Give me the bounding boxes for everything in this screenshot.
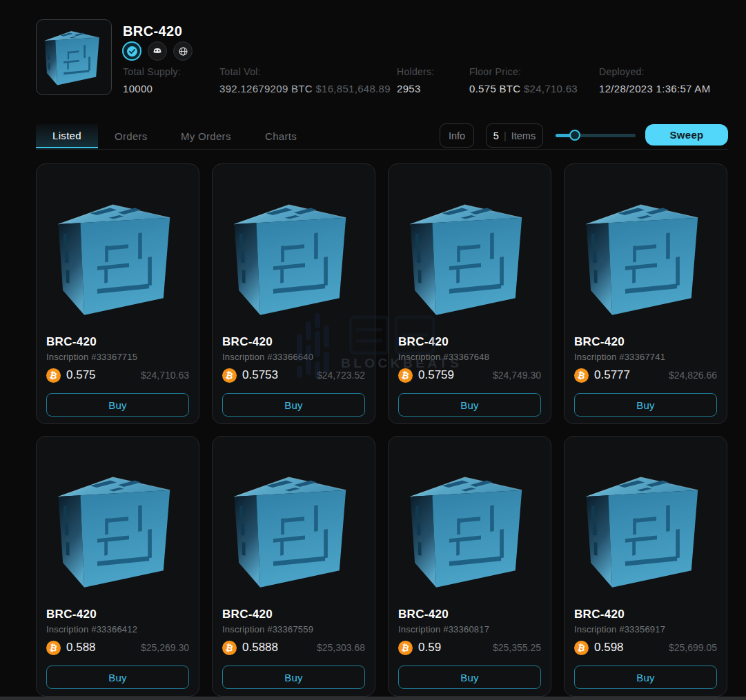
price-row: ₿ 0.5753 $24,723.52	[222, 367, 365, 383]
card-inscription-number: Inscription #33367648	[398, 352, 489, 362]
cube-image	[581, 466, 711, 595]
cube-image	[42, 26, 106, 89]
buy-button[interactable]: Buy	[46, 666, 189, 689]
stat-label: Deployed:	[599, 66, 710, 77]
stat-holders: Holders: 2953	[397, 66, 435, 94]
inscription-image	[389, 164, 551, 321]
price-btc: 0.5777	[594, 368, 630, 382]
slider-knob[interactable]	[569, 130, 580, 141]
card-inscription-number: Inscription #33367559	[222, 624, 313, 634]
cube-image	[405, 466, 535, 595]
price-usd: $25,303.68	[317, 642, 365, 653]
page-title: BRC-420	[123, 23, 182, 39]
listing-card[interactable]: BRC-420 Inscription #33360817 ₿ 0.59 $25…	[388, 436, 551, 697]
listing-card[interactable]: BRC-420 Inscription #33367715 ₿ 0.575 $2…	[36, 163, 199, 424]
listing-card[interactable]: BRC-420 Inscription #33366412 ₿ 0.588 $2…	[36, 436, 199, 697]
collection-thumbnail[interactable]	[36, 19, 112, 95]
listed-items-grid: BRC-420 Inscription #33367715 ₿ 0.575 $2…	[36, 163, 728, 697]
cube-image	[229, 466, 359, 595]
card-title: BRC-420	[398, 335, 449, 349]
price-row: ₿ 0.598 $25,699.05	[574, 639, 717, 656]
tab-charts[interactable]: Charts	[265, 124, 297, 148]
price-row: ₿ 0.588 $25,269.30	[46, 639, 189, 656]
verified-icon[interactable]	[122, 41, 141, 61]
card-title: BRC-420	[222, 335, 273, 349]
price-btc: 0.575	[66, 368, 96, 382]
buy-button[interactable]: Buy	[46, 393, 189, 417]
bitcoin-icon: ₿	[574, 368, 589, 383]
buy-button[interactable]: Buy	[574, 666, 717, 689]
bitcoin-icon: ₿	[398, 641, 413, 655]
price-usd: $25,269.30	[141, 642, 189, 653]
buy-button[interactable]: Buy	[574, 393, 717, 417]
buy-button[interactable]: Buy	[222, 393, 365, 417]
price-btc: 0.598	[594, 641, 624, 654]
price-usd: $24,826.66	[669, 370, 717, 381]
listing-card[interactable]: BRC-420 Inscription #33367741 ₿ 0.5777 $…	[564, 163, 727, 424]
card-title: BRC-420	[46, 608, 97, 621]
price-btc: 0.588	[66, 641, 96, 654]
bitcoin-icon: ₿	[46, 368, 61, 383]
tab-my-orders[interactable]: My Orders	[181, 124, 231, 148]
cube-image	[405, 193, 535, 323]
inscription-image	[213, 437, 375, 594]
items-count-button[interactable]: 5 | Items	[486, 123, 543, 148]
listing-card[interactable]: BRC-420 Inscription #33366640 ₿ 0.5753 $…	[212, 163, 375, 424]
inscription-image	[565, 437, 727, 594]
listing-card[interactable]: BRC-420 Inscription #33367559 ₿ 0.5888 $…	[212, 436, 375, 697]
tab-orders[interactable]: Orders	[115, 124, 148, 148]
card-title: BRC-420	[574, 335, 625, 349]
price-usd: $25,355.25	[493, 642, 541, 653]
card-inscription-number: Inscription #33356917	[574, 624, 665, 634]
card-inscription-number: Inscription #33360817	[398, 624, 489, 634]
tabs-divider	[36, 149, 728, 150]
price-row: ₿ 0.575 $24,710.63	[46, 367, 189, 383]
bitcoin-icon: ₿	[222, 368, 237, 383]
stat-value-btc: 392.12679209 BTC	[219, 83, 313, 94]
globe-icon[interactable]	[173, 41, 193, 61]
listing-card[interactable]: BRC-420 Inscription #33356917 ₿ 0.598 $2…	[564, 436, 727, 697]
stat-value-btc: 0.575 BTC	[469, 83, 520, 94]
buy-button[interactable]: Buy	[222, 666, 365, 689]
price-usd: $25,699.05	[669, 642, 717, 653]
stat-value: 12/28/2023 1:36:57 AM	[599, 83, 710, 94]
stat-deployed: Deployed: 12/28/2023 1:36:57 AM	[599, 66, 710, 94]
price-usd: $24,710.63	[141, 370, 189, 381]
card-inscription-number: Inscription #33367715	[46, 352, 137, 362]
bottom-strip	[0, 697, 746, 700]
price-usd: $24,723.52	[317, 370, 365, 381]
buy-button[interactable]: Buy	[398, 393, 541, 417]
price-btc: 0.59	[418, 641, 441, 654]
collection-badges	[122, 41, 193, 61]
stat-label: Total Supply:	[123, 66, 181, 77]
items-count: 5	[493, 130, 499, 141]
card-inscription-number: Inscription #33367741	[574, 352, 665, 362]
sweep-button[interactable]: Sweep	[645, 124, 728, 146]
stat-value: 2953	[397, 83, 435, 94]
cube-image	[229, 193, 359, 323]
cube-image	[581, 193, 711, 323]
price-btc: 0.5888	[242, 641, 278, 654]
stat-total-supply: Total Supply: 10000	[123, 66, 181, 94]
price-row: ₿ 0.59 $25,355.25	[398, 639, 541, 656]
card-inscription-number: Inscription #33366640	[222, 352, 313, 362]
discord-icon[interactable]	[148, 41, 167, 61]
tab-listed[interactable]: Listed	[36, 124, 98, 148]
stat-label: Floor Price:	[469, 66, 578, 77]
stat-total-vol: Total Vol: 392.12679209 BTC $16,851,648.…	[219, 66, 391, 94]
listing-card[interactable]: BRC-420 Inscription #33367648 ₿ 0.5759 $…	[388, 163, 551, 424]
buy-button[interactable]: Buy	[398, 666, 541, 689]
stat-label: Holders:	[397, 66, 435, 77]
inscription-image	[37, 437, 199, 594]
card-title: BRC-420	[46, 335, 97, 349]
bitcoin-icon: ₿	[398, 368, 413, 383]
sweep-quantity-slider[interactable]	[556, 130, 636, 141]
inscription-image	[213, 164, 375, 321]
info-button[interactable]: Info	[440, 123, 474, 148]
price-row: ₿ 0.5759 $24,749.30	[398, 367, 541, 383]
price-btc: 0.5759	[418, 368, 454, 382]
card-title: BRC-420	[398, 608, 449, 621]
cube-image	[53, 466, 183, 595]
card-title: BRC-420	[574, 608, 625, 621]
stat-value: 10000	[123, 83, 181, 94]
